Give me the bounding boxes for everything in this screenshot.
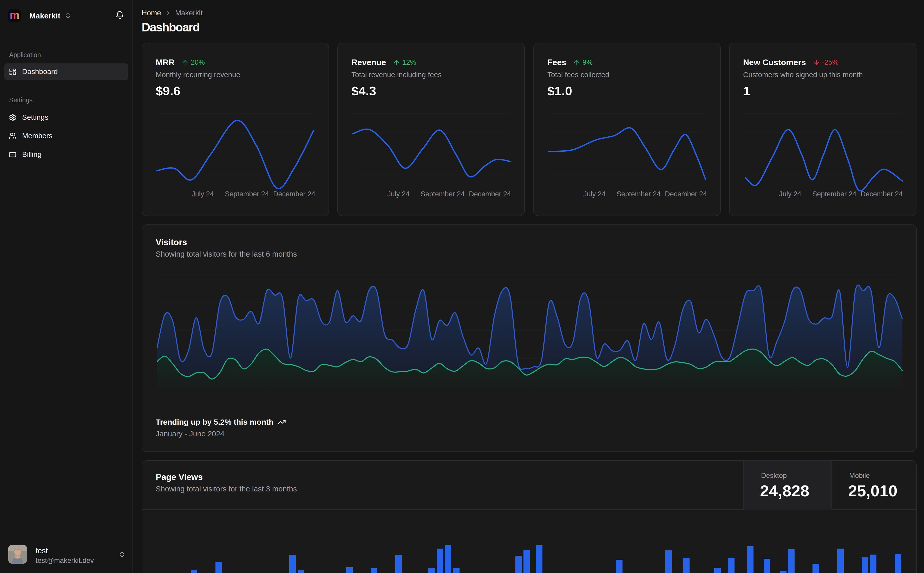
svg-text:m: m [9, 9, 19, 21]
